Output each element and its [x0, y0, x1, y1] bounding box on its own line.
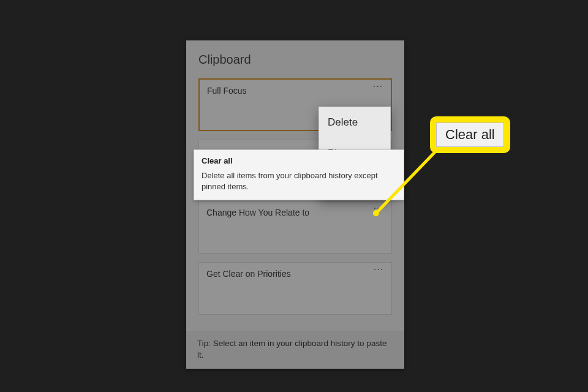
more-icon[interactable]: ··· — [371, 85, 385, 94]
panel-title: Clipboard — [198, 53, 251, 67]
clipboard-item-text: Full Focus — [207, 86, 247, 96]
tooltip-title: Clear all — [202, 156, 396, 165]
clipboard-item-text: Get Clear on Priorities — [206, 269, 291, 279]
clipboard-item[interactable]: Change How You Relate to ··· — [198, 201, 392, 254]
menu-delete[interactable]: Delete — [319, 107, 390, 138]
clipboard-item[interactable]: Get Clear on Priorities ··· — [198, 262, 392, 315]
tip-text: Tip: Select an item in your clipboard hi… — [197, 339, 386, 360]
more-icon[interactable]: ··· — [372, 206, 385, 216]
callout-clear-all-button[interactable]: Clear all — [436, 123, 504, 147]
callout: Clear all — [430, 116, 510, 153]
more-icon[interactable]: ··· — [372, 268, 385, 277]
callout-frame: Clear all — [430, 116, 510, 153]
tip-bar: Tip: Select an item in your clipboard hi… — [186, 331, 404, 369]
tooltip: Clear all Delete all items from your cli… — [194, 149, 404, 200]
clipboard-item-text: Change How You Relate to — [206, 208, 309, 217]
tooltip-body: Delete all items from your clipboard his… — [202, 170, 396, 192]
clipboard-panel: Clipboard Full Focus ··· ··· Change How … — [186, 40, 404, 369]
